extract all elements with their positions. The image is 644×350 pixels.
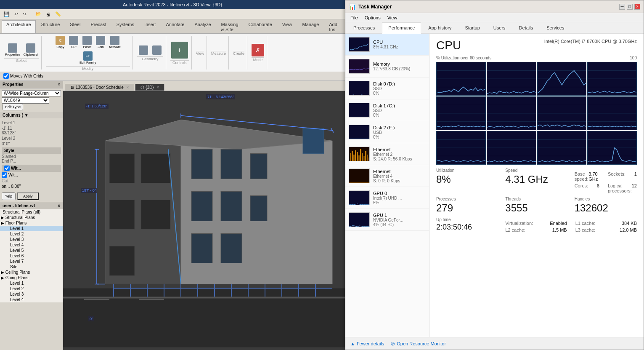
tab-processes[interactable]: Processes: [347, 22, 381, 33]
ribbon-btn-geometry2[interactable]: [151, 45, 163, 56]
sidebar-item-gpu0[interactable]: GPU 0 Intel(R) UHD ... 5%: [345, 187, 429, 209]
ribbon-btn-geometry1[interactable]: [137, 45, 150, 56]
pb-level7[interactable]: Level 7: [0, 259, 63, 264]
open-icon[interactable]: 📂: [34, 11, 43, 18]
menu-options[interactable]: Options: [361, 14, 384, 21]
pb-level5[interactable]: Level 5: [0, 248, 63, 253]
svg-rect-52: [353, 155, 355, 161]
pb-level1[interactable]: Level 1: [0, 226, 63, 231]
logical-label: Logical processors:: [608, 183, 632, 193]
tab-architecture[interactable]: Architecture: [2, 20, 36, 33]
element-subtype-dropdown[interactable]: W10X49: [2, 97, 49, 104]
pb-ceiling-plans[interactable]: ▶ Ceiling Plans: [0, 270, 63, 275]
ribbon-btn-properties[interactable]: Properties: [4, 43, 21, 57]
disk2-sidebar-pct: 0%: [373, 135, 426, 139]
ribbon-btn-activate[interactable]: Activate: [108, 35, 121, 50]
tab-insert[interactable]: Insert: [140, 20, 161, 33]
pb-ceil-level4[interactable]: Level 4: [0, 297, 63, 302]
edit-type-button[interactable]: Edit Type: [3, 104, 23, 110]
with1-checkbox[interactable]: [4, 166, 10, 171]
ribbon-btn-edit-family[interactable]: EF Edit Family: [79, 51, 97, 65]
ribbon-btn-clipboard[interactable]: Clipboard: [22, 43, 38, 57]
tab-view[interactable]: View: [278, 20, 297, 33]
tab-steel[interactable]: Steel: [65, 20, 85, 33]
tab-3d-view[interactable]: ⬡ {3D} ×: [135, 84, 164, 91]
tab-analyze[interactable]: Analyze: [190, 20, 215, 33]
ribbon-btn-copy[interactable]: C Copy: [54, 35, 66, 50]
tm-titlebar: 📊 Task Manager ─ □ ×: [345, 0, 644, 13]
tm-maximize-button[interactable]: □: [627, 4, 633, 10]
with2-checkbox[interactable]: [2, 172, 7, 178]
measure-icon[interactable]: 📏: [53, 11, 63, 18]
project-browser: user - lifeline.rvt × Structural Plans (…: [0, 202, 63, 302]
disk0-sidebar-pct: 0%: [373, 91, 426, 96]
apply-button[interactable]: Apply: [17, 192, 39, 200]
tab-details[interactable]: Details: [513, 22, 540, 33]
open-resource-monitor-link[interactable]: ◎ Open Resource Monitor: [391, 341, 446, 346]
undo-icon[interactable]: ↩: [13, 11, 20, 18]
fewer-details-link[interactable]: ▲ Fewer details: [350, 341, 384, 346]
tab-structure[interactable]: Structure: [37, 20, 65, 33]
disk0-sidebar-name: Disk 0 (D:): [373, 81, 426, 86]
moves-with-grids-checkbox[interactable]: [3, 73, 9, 79]
sidebar-item-disk0[interactable]: Disk 0 (D:) SSD 0%: [345, 77, 429, 99]
tab-systems[interactable]: Systems: [112, 20, 139, 33]
close-properties-icon[interactable]: ×: [58, 82, 60, 87]
tab-users[interactable]: Users: [487, 22, 512, 33]
pb-site[interactable]: Site: [0, 264, 63, 270]
specs-block: Base speed: 3.70 GHz Sockets: 1 Cores: 6: [575, 168, 637, 193]
menu-view[interactable]: View: [384, 14, 401, 21]
pb-ceil-level3[interactable]: Level 3: [0, 291, 63, 297]
tab-door-schedule[interactable]: 🗎 1363536 - Door Schedule ×: [65, 84, 134, 91]
menu-file[interactable]: File: [347, 14, 361, 21]
sidebar-item-disk1[interactable]: Disk 1 (C:) SSD 0%: [345, 99, 429, 121]
sidebar-item-cpu[interactable]: CPU 8% 4.31 GHz: [345, 34, 429, 56]
threads-value: 3555: [505, 202, 567, 214]
ribbon-btn-paste[interactable]: Paste: [81, 35, 93, 50]
tm-close-button[interactable]: ×: [634, 4, 640, 10]
help-button[interactable]: ?elp: [2, 192, 16, 200]
pb-level6[interactable]: Level 6: [0, 253, 63, 259]
tab-precast[interactable]: Precast: [86, 20, 111, 33]
element-type-dropdown[interactable]: W-Wide Flange-Column: [2, 90, 61, 96]
pb-level3[interactable]: Level 3: [0, 237, 63, 242]
print-icon[interactable]: 🖨: [44, 11, 52, 18]
tab-addins[interactable]: Add-Ins: [324, 20, 343, 33]
sidebar-item-ethernet2[interactable]: Ethernet Ethernet 4 S: 0 R: 0 Kbps: [345, 165, 429, 187]
pb-ceil-level1[interactable]: Level 1: [0, 281, 63, 286]
revit-title: Autodesk Revit 2023 - lifeline.rvt - 3D …: [123, 2, 222, 7]
ribbon-btn-cut[interactable]: Cut: [67, 35, 80, 50]
pb-level4[interactable]: Level 4: [0, 242, 63, 248]
redo-icon[interactable]: ↪: [21, 11, 28, 18]
close-door-schedule-icon[interactable]: ×: [127, 85, 129, 90]
pb-level2[interactable]: Level 2: [0, 231, 63, 237]
tab-startup[interactable]: Startup: [458, 22, 486, 33]
close-3d-view-icon[interactable]: ×: [156, 85, 159, 90]
tab-manage[interactable]: Manage: [298, 20, 324, 33]
tab-app-history[interactable]: App history: [422, 22, 458, 33]
pb-going-plans[interactable]: ▶ Going Plans: [0, 275, 63, 281]
tab-annotate[interactable]: Annotate: [161, 20, 189, 33]
ribbon-btn-join[interactable]: Join: [94, 35, 107, 50]
save-icon[interactable]: 💾: [2, 11, 11, 18]
tm-tabs: Processes Performance App history Startu…: [345, 22, 644, 34]
tab-performance[interactable]: Performance: [382, 22, 421, 34]
sidebar-item-disk2[interactable]: Disk 2 (E:) USB 0%: [345, 121, 429, 143]
3d-view-area[interactable]: 71' - 6 143/256" -1' 1 63/128" 197' - 0"…: [63, 91, 345, 350]
pb-ceil-level2[interactable]: Level 2: [0, 286, 63, 291]
svg-rect-50: [350, 153, 351, 161]
sidebar-item-ethernet1[interactable]: Ethernet Ethernet 2 S: 24.0 R: 56.0 Kbps: [345, 143, 429, 165]
pb-floor-plans[interactable]: ▶ Floor Plans: [0, 220, 63, 226]
virt-value: Enabled: [550, 221, 567, 226]
close-pb-icon[interactable]: ×: [58, 203, 60, 208]
tab-collaborate[interactable]: Collaborate: [244, 20, 277, 33]
tm-minimize-button[interactable]: ─: [619, 4, 625, 10]
pb-structural-plans[interactable]: ▶ Structural Plans: [0, 215, 63, 220]
sidebar-item-memory[interactable]: Memory 12.7/63.8 GB (20%): [345, 56, 429, 77]
threads-label: Threads: [505, 197, 567, 201]
tab-services[interactable]: Services: [540, 22, 570, 33]
tab-massing[interactable]: Massing & Site: [217, 20, 243, 33]
sidebar-item-gpu1[interactable]: GPU 1 NVIDIA GeFor... 4% (34 °C): [345, 209, 429, 231]
ribbon-btn-controls[interactable]: +: [170, 41, 189, 59]
handles-value: 132602: [575, 202, 637, 214]
